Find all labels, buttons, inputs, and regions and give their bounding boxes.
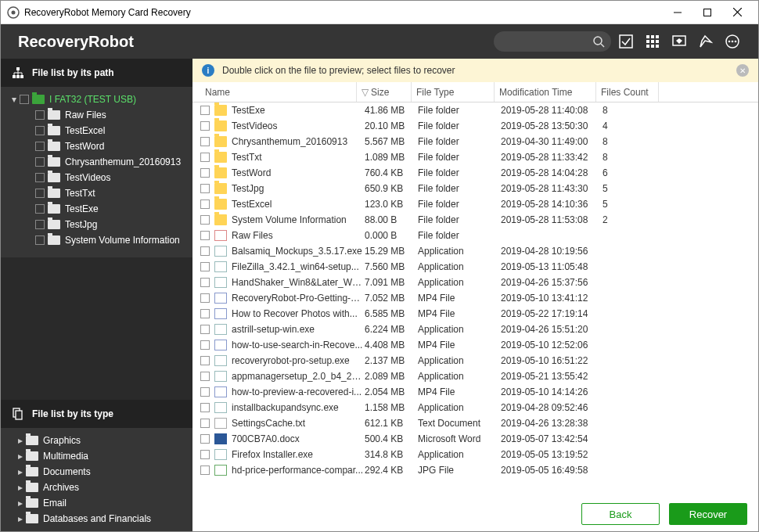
row-checkbox[interactable] [200,356,210,365]
type-node[interactable]: ▸Multimedia [1,448,192,464]
file-row[interactable]: TestJpg650.9 KBFile folder2019-05-28 11:… [200,181,758,196]
row-checkbox[interactable] [200,121,210,131]
folder-checkbox[interactable] [35,110,45,120]
type-node[interactable]: ▸Email [1,495,192,511]
folder-checkbox[interactable] [35,157,45,167]
file-row[interactable]: How to Recover Photos with...6.585 MBMP4… [200,306,758,322]
folder-node[interactable]: TestVideos [1,170,192,185]
row-checkbox[interactable] [200,372,210,381]
preview-button[interactable] [667,30,691,53]
row-checkbox[interactable] [200,168,210,178]
type-node[interactable]: ▸Documents [1,464,192,480]
row-checkbox[interactable] [200,153,210,162]
file-row[interactable]: HandShaker_Win8&Later_We...7.091 MBAppli… [200,275,758,290]
row-checkbox[interactable] [200,200,210,209]
row-checkbox[interactable] [200,106,210,115]
folder-checkbox[interactable] [35,220,45,229]
file-row[interactable]: TestVideos20.10 MBFile folder2019-05-28 … [200,118,758,134]
folder-checkbox[interactable] [35,189,45,198]
row-checkbox[interactable] [200,419,210,428]
row-checkbox[interactable] [200,278,210,287]
file-row[interactable]: how-to-use-search-in-Recove...4.408 MBMP… [200,337,758,353]
folder-icon [48,157,60,167]
row-checkbox[interactable] [200,450,210,459]
more-button[interactable] [721,30,744,53]
search-input[interactable] [494,31,611,52]
folder-node[interactable]: Chrysanthemum_20160913 [1,154,192,170]
col-time[interactable]: Modification Time [495,82,596,102]
type-panel-title: File list by its type [32,408,113,419]
file-row[interactable]: TestWord760.4 KBFile folder2019-05-28 14… [200,165,758,181]
row-checkbox[interactable] [200,434,210,444]
filter-button[interactable] [694,30,718,53]
minimize-button[interactable] [663,1,692,23]
col-size[interactable]: ▽Size [357,82,412,102]
row-checkbox[interactable] [200,184,210,193]
file-row[interactable]: recoveryrobot-pro-setup.exe2.137 MBAppli… [200,353,758,368]
row-checkbox[interactable] [200,466,210,475]
file-list[interactable]: TestExe41.86 MBFile folder2019-05-28 11:… [192,102,758,497]
file-row[interactable]: astrill-setup-win.exe6.224 MBApplication… [200,322,758,337]
row-checkbox[interactable] [200,325,210,334]
file-row[interactable]: Chrysanthemum_201609135.567 MBFile folde… [200,134,758,149]
file-row[interactable]: 700CB7A0.docx500.4 KBMicrosoft Word2019-… [200,431,758,447]
file-row[interactable]: SettingsCache.txt612.1 KBText Document20… [200,415,758,431]
col-count[interactable]: Files Count [596,82,659,102]
maximize-button[interactable] [692,1,722,23]
row-checkbox[interactable] [200,246,210,256]
folder-checkbox[interactable] [35,126,45,135]
file-icon [214,371,227,382]
file-row[interactable]: TestExe41.86 MBFile folder2019-05-28 11:… [200,102,758,118]
back-button[interactable]: Back [581,503,660,525]
folder-node[interactable]: TestExe [1,201,192,217]
select-all-button[interactable] [614,30,638,53]
folder-checkbox[interactable] [35,204,45,214]
row-checkbox[interactable] [200,340,210,350]
row-checkbox[interactable] [200,215,210,225]
file-icon [214,199,227,210]
folder-checkbox[interactable] [35,235,45,245]
file-row[interactable]: hd-price-performance-compar...292.4 KBJP… [200,462,758,478]
file-type: Application [418,324,501,335]
file-row[interactable]: RecoveryRobot-Pro-Getting-S...7.052 MBMP… [200,290,758,306]
grid-view-button[interactable] [641,30,664,53]
row-checkbox[interactable] [200,137,210,146]
expand-icon: ▸ [18,466,26,477]
file-row[interactable]: FileZilla_3.42.1_win64-setup...7.560 MBA… [200,259,758,275]
drive-checkbox[interactable] [20,95,29,104]
row-checkbox[interactable] [200,387,210,397]
row-checkbox[interactable] [200,293,210,303]
file-row[interactable]: appmanagersetup_2.0_b4_29...2.089 MBAppl… [200,368,758,384]
folder-node[interactable]: System Volume Information [1,232,192,248]
type-node[interactable]: ▸Graphics [1,433,192,448]
type-node[interactable]: ▸Databases and Financials [1,511,192,527]
file-row[interactable]: TestTxt1.089 MBFile folder2019-05-28 11:… [200,149,758,165]
file-row[interactable]: Raw Files0.000 BFile folder [200,228,758,243]
file-row[interactable]: installbackupandsync.exe1.158 MBApplicat… [200,400,758,415]
folder-node[interactable]: TestWord [1,138,192,154]
file-row[interactable]: Firefox Installer.exe314.8 KBApplication… [200,447,758,462]
file-row[interactable]: System Volume Information88.00 BFile fol… [200,212,758,228]
folder-checkbox[interactable] [35,142,45,151]
recover-button[interactable]: Recover [669,503,747,525]
row-checkbox[interactable] [200,403,210,412]
folder-node[interactable]: TestJpg [1,217,192,232]
file-row[interactable]: Balsamiq_Mockups_3.5.17.exe15.29 MBAppli… [200,243,758,259]
svg-point-6 [594,37,602,45]
row-checkbox[interactable] [200,231,210,240]
drive-node[interactable]: ▾ I FAT32 (TEST USB) [1,92,192,107]
col-type[interactable]: File Type [412,82,495,102]
folder-node[interactable]: TestTxt [1,185,192,201]
file-type: Application [418,402,501,413]
row-checkbox[interactable] [200,262,210,271]
type-node[interactable]: ▸Archives [1,480,192,495]
row-checkbox[interactable] [200,309,210,318]
file-row[interactable]: TestExcel123.0 KBFile folder2019-05-28 1… [200,196,758,212]
folder-node[interactable]: Raw Files [1,107,192,123]
col-name[interactable]: Name [200,82,357,102]
close-button[interactable] [722,1,752,23]
info-close-button[interactable]: ✕ [736,64,749,77]
folder-checkbox[interactable] [35,173,45,182]
folder-node[interactable]: TestExcel [1,123,192,138]
file-row[interactable]: how-to-preview-a-recovered-i...2.054 MBM… [200,384,758,400]
